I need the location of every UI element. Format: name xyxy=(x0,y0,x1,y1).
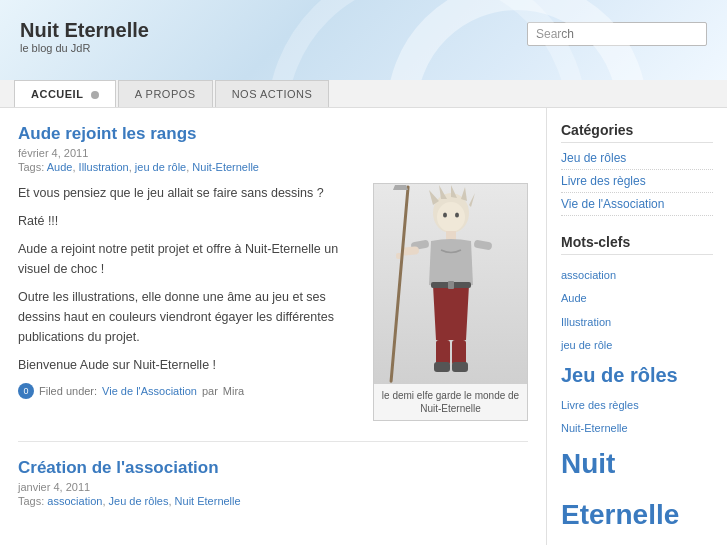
tag-cloud-livre-des-regles[interactable]: Livre des règles xyxy=(561,399,639,411)
tag2-nuit[interactable]: Nuit Eternelle xyxy=(175,495,241,507)
svg-point-8 xyxy=(455,213,459,218)
svg-marker-14 xyxy=(393,185,408,190)
post-1-image-caption: le demi elfe garde le monde de Nuit-Eter… xyxy=(374,384,527,420)
post-2: Création de l'association janvier 4, 201… xyxy=(18,458,528,507)
tag2-jeu[interactable]: Jeu de rôles xyxy=(109,495,169,507)
post-1-content: Et vous pensiez que le jeu allait se fai… xyxy=(18,183,528,421)
tag-aude[interactable]: Aude xyxy=(47,161,73,173)
filed-by-label: par xyxy=(202,385,218,397)
post-1-tags: Tags: Aude, Illustration, jeu de rôle, N… xyxy=(18,161,528,173)
post-2-title[interactable]: Création de l'association xyxy=(18,458,528,478)
tag-cloud-illustration[interactable]: Illustration xyxy=(561,316,611,328)
tag2-association[interactable]: association xyxy=(47,495,102,507)
tags-title: Mots-clefs xyxy=(561,234,713,255)
site-title: Nuit Eternelle xyxy=(20,18,149,42)
main-content: Aude rejoint les rangs février 4, 2011 T… xyxy=(0,108,547,545)
site-header: Nuit Eternelle le blog du JdR xyxy=(0,0,727,80)
svg-marker-5 xyxy=(469,193,475,207)
filed-by: Mira xyxy=(223,385,244,397)
svg-rect-19 xyxy=(452,362,468,372)
tag-cloud-nuit-eternelle-small[interactable]: Nuit-Eternelle xyxy=(561,422,628,434)
post-1-body: Et vous pensiez que le jeu allait se fai… xyxy=(18,183,359,375)
filed-icon: 0 xyxy=(18,383,34,399)
post-divider xyxy=(18,441,528,442)
tags-cloud: association Aude Illustration jeu de rôl… xyxy=(561,263,713,540)
site-branding: Nuit Eternelle le blog du JdR xyxy=(20,18,149,54)
svg-rect-21 xyxy=(448,281,454,289)
tag-cloud-jeu-de-role[interactable]: jeu de rôle xyxy=(561,339,612,351)
nav-tab-apropos[interactable]: A PROPOS xyxy=(118,80,213,107)
sidebar: Catégories Jeu de rôles Livre des règles… xyxy=(547,108,727,545)
post-2-tags: Tags: association, Jeu de rôles, Nuit Et… xyxy=(18,495,528,507)
site-subtitle: le blog du JdR xyxy=(20,42,149,54)
svg-rect-16 xyxy=(436,340,450,365)
svg-marker-4 xyxy=(461,187,467,201)
svg-marker-2 xyxy=(439,185,447,199)
categories-title: Catégories xyxy=(561,122,713,143)
post-1-para-4: Outre les illustrations, elle donne une … xyxy=(18,287,359,347)
tag-jeu-de-role[interactable]: jeu de rôle xyxy=(135,161,186,173)
post-1-text: Et vous pensiez que le jeu allait se fai… xyxy=(18,183,359,421)
sidebar-categories: Catégories Jeu de rôles Livre des règles… xyxy=(561,122,713,216)
main-nav: ACCUEIL A PROPOS NOS ACTIONS xyxy=(0,80,727,108)
tag-cloud-association[interactable]: association xyxy=(561,269,616,281)
post-1: Aude rejoint les rangs février 4, 2011 T… xyxy=(18,124,528,421)
svg-rect-18 xyxy=(434,362,450,372)
post-2-date: janvier 4, 2011 xyxy=(18,481,528,493)
category-livre-des-regles[interactable]: Livre des règles xyxy=(561,174,713,193)
character-svg xyxy=(381,185,521,383)
tag-cloud-jeu-de-roles[interactable]: Jeu de rôles xyxy=(561,364,678,386)
post-1-title[interactable]: Aude rejoint les rangs xyxy=(18,124,528,144)
filed-under-label: Filed under: xyxy=(39,385,97,397)
post-1-para-2: Raté !!! xyxy=(18,211,359,231)
tag-cloud-nuit-eternelle-large[interactable]: NuitEternelle xyxy=(561,448,679,529)
post-1-filed-under: 0 Filed under: Vie de l'Association par … xyxy=(18,383,359,399)
nav-tab-apropos-label: A PROPOS xyxy=(135,88,196,100)
post-1-image xyxy=(374,184,527,384)
svg-point-7 xyxy=(443,213,447,218)
search-input[interactable] xyxy=(527,22,707,46)
nav-tab-indicator xyxy=(91,91,99,99)
svg-rect-15 xyxy=(473,239,492,250)
content-area: Aude rejoint les rangs février 4, 2011 T… xyxy=(0,108,727,545)
post-1-para-1: Et vous pensiez que le jeu allait se fai… xyxy=(18,183,359,203)
sidebar-tags: Mots-clefs association Aude Illustration… xyxy=(561,234,713,540)
nav-tab-accueil[interactable]: ACCUEIL xyxy=(14,80,116,107)
tag-illustration[interactable]: Illustration xyxy=(79,161,129,173)
filed-category[interactable]: Vie de l'Association xyxy=(102,385,197,397)
svg-rect-13 xyxy=(389,185,409,383)
category-jeu-de-roles[interactable]: Jeu de rôles xyxy=(561,151,713,170)
post-1-para-5: Bienvenue Aude sur Nuit-Eternelle ! xyxy=(18,355,359,375)
nav-tab-nosactions[interactable]: NOS ACTIONS xyxy=(215,80,330,107)
post-1-date: février 4, 2011 xyxy=(18,147,528,159)
svg-point-6 xyxy=(437,202,465,232)
post-1-image-container: le demi elfe garde le monde de Nuit-Eter… xyxy=(373,183,528,421)
nav-tab-nosactions-label: NOS ACTIONS xyxy=(232,88,313,100)
tag-nuit-eternelle[interactable]: Nuit-Eternelle xyxy=(192,161,259,173)
category-vie-association[interactable]: Vie de l'Association xyxy=(561,197,713,216)
svg-rect-17 xyxy=(452,340,466,365)
tag-cloud-aude[interactable]: Aude xyxy=(561,292,587,304)
post-1-para-3: Aude a rejoint notre petit projet et off… xyxy=(18,239,359,279)
nav-tab-accueil-label: ACCUEIL xyxy=(31,88,83,100)
